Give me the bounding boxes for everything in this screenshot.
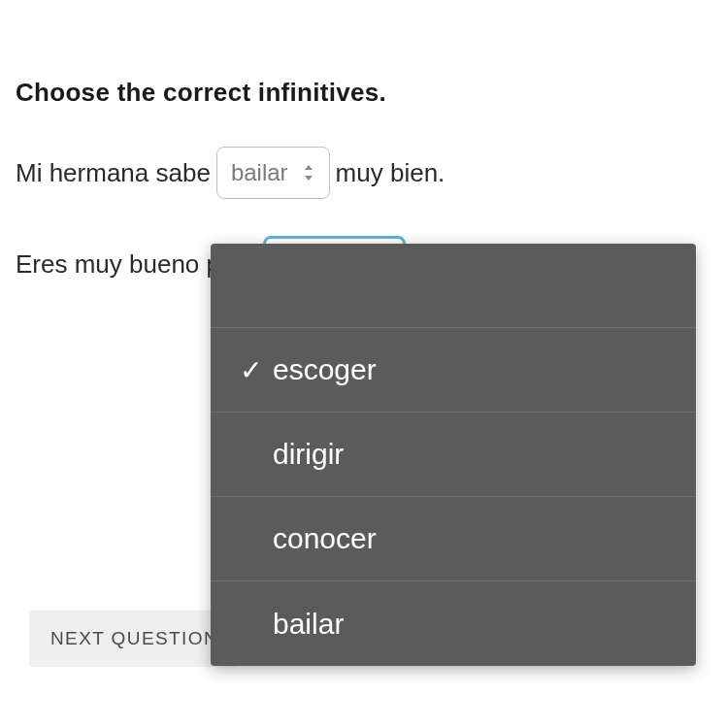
dropdown-option-dirigir[interactable]: dirigir <box>211 413 696 497</box>
dropdown-option-bailar[interactable]: bailar <box>211 581 696 666</box>
sentence-1: Mi hermana sabe bailar muy bien. <box>16 147 710 199</box>
sentence-1-before: Mi hermana sabe <box>16 154 211 192</box>
select-sentence-1-value: bailar <box>231 155 288 190</box>
sentence-1-after: muy bien. <box>336 154 446 192</box>
instruction-heading: Choose the correct infinitives. <box>16 78 710 108</box>
select-sentence-1[interactable]: bailar <box>216 147 330 199</box>
check-icon: ✓ <box>240 354 273 386</box>
dropdown-menu: ✓ escoger dirigir conocer bailar <box>211 244 696 666</box>
chevron-sort-icon <box>302 164 315 182</box>
next-question-button[interactable]: NEXT QUESTION <box>29 611 240 667</box>
dropdown-option-conocer[interactable]: conocer <box>211 497 696 581</box>
dropdown-option-label: bailar <box>273 608 344 641</box>
dropdown-option-label: conocer <box>273 522 377 555</box>
dropdown-option-label: escoger <box>273 353 377 386</box>
dropdown-option-label: dirigir <box>273 438 344 471</box>
dropdown-blank-option[interactable] <box>211 244 696 328</box>
dropdown-option-escoger[interactable]: ✓ escoger <box>211 328 696 413</box>
